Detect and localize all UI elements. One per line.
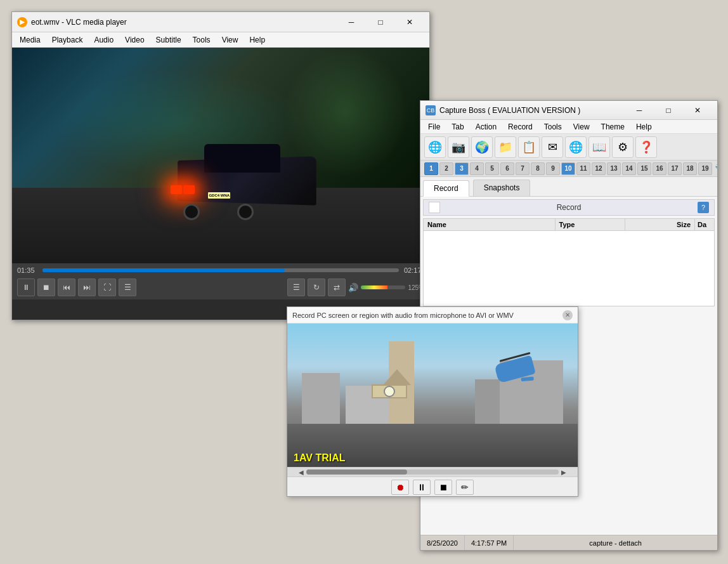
tb-btn-clipboard[interactable]: 📋 [518,136,540,158]
cap-menu-view[interactable]: View [568,122,595,132]
tab-snapshots[interactable]: Snapshots [473,180,531,196]
num-tab-7[interactable]: 7 [516,162,530,175]
vlc-window-title: eot.wmv - VLC media player [31,18,337,27]
num-tab-10[interactable]: 10 [561,162,575,175]
vlc-menu-audio[interactable]: Audio [89,34,119,46]
cap-menu-help[interactable]: Help [631,122,657,132]
wheel-left [183,204,200,220]
scrollbar-thumb[interactable] [306,469,407,475]
num-tab-17[interactable]: 17 [668,162,682,175]
col-header-da: Da [695,219,714,230]
num-tab-19[interactable]: 19 [698,162,712,175]
tb-btn-gear[interactable]: ⚙ [612,136,634,158]
cap-menu-tools[interactable]: Tools [539,122,567,132]
cap-menu-file[interactable]: File [423,122,445,132]
num-tab-3[interactable]: 3 [455,162,469,175]
record-table-body [423,230,715,306]
vlc-stop-button[interactable]: ⏹ [37,279,55,296]
vlc-volume-bar[interactable] [361,282,405,292]
num-tab-8[interactable]: 8 [531,162,545,175]
tb-btn-web[interactable]: 🌐 [424,136,446,158]
vlc-menu-playback[interactable]: Playback [47,34,88,46]
preview-close-button[interactable]: ✕ [562,310,573,320]
vlc-menu-help[interactable]: Help [244,34,270,46]
num-tab-1[interactable]: 1 [424,162,438,175]
vlc-menu-media[interactable]: Media [15,34,46,46]
tb-btn-book[interactable]: 📖 [588,136,610,158]
num-tab-11[interactable]: 11 [576,162,590,175]
record-help-button[interactable]: ? [698,202,709,213]
cap-menu-tab[interactable]: Tab [446,122,469,132]
num-tab-9[interactable]: 9 [546,162,560,175]
capture-minimize-button[interactable]: ─ [625,100,654,121]
capture-maximize-button[interactable]: □ [654,100,683,121]
num-tab-16[interactable]: 16 [653,162,666,175]
vlc-window: ▶ eot.wmv - VLC media player ─ □ ✕ Media… [11,11,430,320]
vlc-prev-button[interactable]: ⏮ [58,279,75,296]
vlc-progress-fill [42,268,285,272]
num-tab-18[interactable]: 18 [683,162,697,175]
vlc-playlist-button[interactable]: ☰ [287,279,305,296]
num-tab-12[interactable]: 12 [592,162,606,175]
vlc-menu-view[interactable]: View [217,34,244,46]
license-plate: GDC4 WNA [208,192,230,199]
num-tab-14[interactable]: 14 [622,162,636,175]
tb-btn-camera[interactable]: 📷 [448,136,469,158]
london-scene-bg: 1AV TRIAL [287,324,578,467]
cap-menu-theme[interactable]: Theme [596,122,630,132]
vlc-equalizer-button[interactable]: ☰ [119,279,136,296]
tb-btn-web2[interactable]: 🌐 [565,136,587,158]
num-tab-13[interactable]: 13 [607,162,621,175]
capture-close-button[interactable]: ✕ [683,100,712,121]
tb-btn-globe[interactable]: 🌍 [471,136,493,158]
cap-menu-record[interactable]: Record [503,122,538,132]
tab-record[interactable]: Record [423,180,469,197]
vlc-random-button[interactable]: ⇄ [328,279,346,296]
vlc-menu-tools[interactable]: Tools [188,34,216,46]
vlc-video-area[interactable]: GDC4 WNA [12,48,429,263]
num-tab-4[interactable]: 4 [470,162,484,175]
scrollbar-track[interactable] [306,469,559,475]
vlc-minimize-button[interactable]: ─ [337,12,366,32]
vlc-maximize-button[interactable]: □ [366,12,395,32]
status-message: capture - dettach [514,539,717,547]
big-ben-clock-face [372,384,407,398]
num-tab-6[interactable]: 6 [500,162,514,175]
car-cabin [204,144,280,173]
vlc-menu-video[interactable]: Video [120,34,149,46]
vlc-pause-button[interactable]: ⏸ [17,279,35,296]
tb-btn-mail[interactable]: ✉ [542,136,563,158]
num-tab-2[interactable]: 2 [439,162,453,175]
record-input-field[interactable] [429,202,440,213]
preview-record-button[interactable]: ⏺ [391,480,409,495]
capture-titlebar: CB Capture Boss ( EVALUATION VERSION ) ─… [420,101,717,120]
capture-tabs: Record Snapshots [420,177,717,197]
preview-titlebar: Record PC screen or region with audio fr… [287,307,578,324]
cap-menu-action[interactable]: Action [471,122,502,132]
vlc-close-button[interactable]: ✕ [395,12,424,32]
col-header-name: Name [424,219,556,230]
vlc-fullscreen-button[interactable]: ⛶ [98,279,116,296]
record-header-bar: Record ? [423,199,715,216]
wrench-icon[interactable]: 🔧 [715,164,717,174]
col-header-type: Type [556,219,625,230]
scroll-left-arrow[interactable]: ◀ [299,469,304,476]
num-tab-5[interactable]: 5 [485,162,499,175]
tb-btn-help[interactable]: ❓ [635,136,657,158]
heli-tail [521,376,534,381]
taillight-right [183,185,195,194]
vlc-menu-subtitle[interactable]: Subtitle [151,34,186,46]
capture-window-title: Capture Boss ( EVALUATION VERSION ) [439,106,625,115]
vlc-progress-bar[interactable] [42,268,399,272]
preview-scrollbar[interactable]: ◀ ▶ [287,467,578,477]
scroll-right-arrow[interactable]: ▶ [561,469,566,476]
preview-stop-button[interactable]: ⏹ [434,480,452,495]
capture-icon: CB [426,105,436,115]
vlc-loop-button[interactable]: ↻ [308,279,325,296]
vlc-next-button[interactable]: ⏭ [78,279,96,296]
preview-settings-button[interactable]: ✏ [456,480,474,495]
preview-pause-button[interactable]: ⏸ [413,480,431,495]
vlc-controls-bar: ⏸ ⏹ ⏮ ⏭ ⛶ ☰ ☰ ↻ ⇄ 🔊 125% [12,275,429,299]
num-tab-15[interactable]: 15 [637,162,651,175]
tb-btn-folder[interactable]: 📁 [495,136,516,158]
